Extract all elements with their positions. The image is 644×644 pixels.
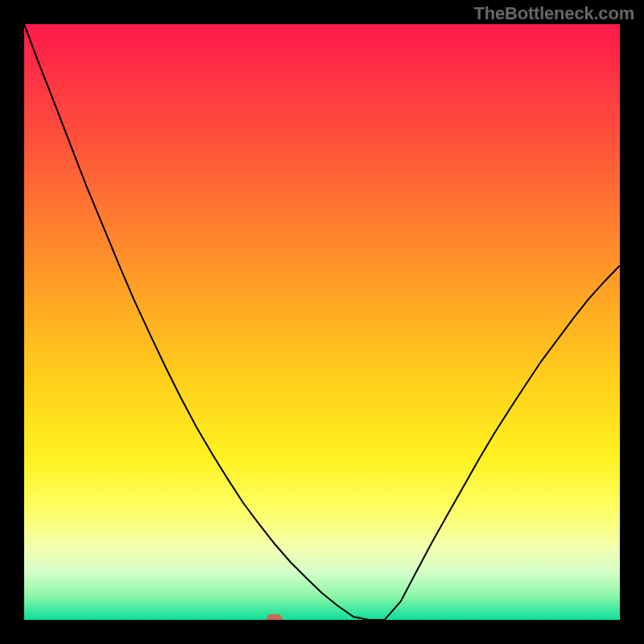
plot-area	[24, 24, 620, 620]
chart-frame: TheBottleneck.com	[0, 0, 644, 644]
bottleneck-curve	[24, 24, 620, 620]
optimum-marker	[266, 614, 283, 620]
watermark-label: TheBottleneck.com	[473, 3, 634, 24]
